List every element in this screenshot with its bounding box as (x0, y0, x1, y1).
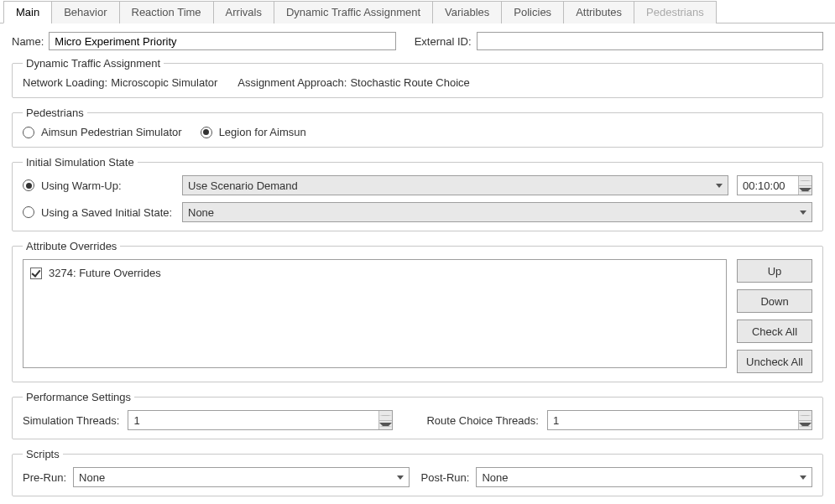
main-content: Name: External ID: Dynamic Traffic Assig… (0, 23, 835, 501)
overrides-list[interactable]: 3274: Future Overrides (23, 259, 727, 368)
tab-attributes[interactable]: Attributes (563, 1, 634, 23)
warmup-time-value: 00:10:00 (738, 176, 798, 195)
override-label: 3274: Future Overrides (49, 267, 161, 279)
list-item[interactable]: 3274: Future Overrides (30, 265, 719, 281)
post-run-value: None (482, 471, 795, 484)
performance-legend: Performance Settings (23, 391, 134, 403)
route-threads-spinner[interactable]: 1 (547, 410, 812, 430)
pre-run-combo[interactable]: None (73, 467, 410, 487)
route-threads-value: 1 (548, 411, 798, 429)
chevron-down-icon (800, 475, 806, 480)
uncheck-all-button[interactable]: Uncheck All (737, 350, 812, 373)
external-id-input[interactable] (477, 32, 823, 50)
spinner-up-icon[interactable] (379, 411, 392, 421)
up-button[interactable]: Up (737, 259, 812, 283)
name-input[interactable] (49, 32, 395, 50)
tab-pedestrians: Pedestrians (634, 1, 717, 23)
chevron-down-icon (800, 210, 806, 215)
radio-legion-aimsun-label: Legion for Aimsun (219, 126, 306, 138)
pre-run-label: Pre-Run: (23, 471, 66, 484)
performance-group: Performance Settings Simulation Threads:… (12, 391, 823, 439)
tab-dynamic-traffic-assignment[interactable]: Dynamic Traffic Assignment (274, 1, 433, 23)
attribute-overrides-group: Attribute Overrides 3274: Future Overrid… (12, 240, 823, 382)
radio-legion-aimsun[interactable] (201, 127, 212, 138)
override-checkbox[interactable] (30, 268, 42, 279)
sim-threads-spinner[interactable]: 1 (128, 410, 393, 430)
spinner-down-icon[interactable] (799, 421, 812, 430)
radio-aimsun-pedestrian-label: Aimsun Pedestrian Simulator (41, 126, 182, 138)
assignment-approach-value: Stochastic Route Choice (350, 76, 469, 89)
chevron-down-icon (397, 475, 404, 480)
radio-using-warmup-label: Using Warm-Up: (41, 179, 122, 192)
spinner-up-icon[interactable] (799, 176, 812, 186)
tab-variables[interactable]: Variables (432, 1, 502, 23)
pre-run-value: None (79, 471, 392, 484)
initial-state-legend: Initial Simulation State (23, 156, 138, 169)
assignment-approach-label: Assignment Approach: (237, 76, 347, 89)
external-id-label: External ID: (415, 35, 472, 48)
pedestrians-legend: Pedestrians (23, 107, 87, 119)
network-loading-value: Microscopic Simulator (111, 76, 217, 89)
dta-group: Dynamic Traffic Assignment Network Loadi… (12, 57, 823, 98)
scripts-group: Scripts Pre-Run: None Post-Run: None (12, 448, 823, 496)
saved-state-combo[interactable]: None (182, 202, 812, 222)
radio-using-saved-state[interactable] (23, 206, 34, 218)
tab-reaction-time[interactable]: Reaction Time (119, 1, 214, 23)
down-button[interactable]: Down (737, 289, 812, 313)
saved-state-value: None (188, 206, 795, 219)
post-run-combo[interactable]: None (476, 467, 812, 487)
warmup-time-spinner[interactable]: 00:10:00 (737, 175, 812, 195)
pedestrians-group: Pedestrians Aimsun Pedestrian Simulator … (12, 107, 823, 148)
dta-legend: Dynamic Traffic Assignment (23, 57, 164, 70)
tab-policies[interactable]: Policies (501, 1, 564, 23)
network-loading-label: Network Loading: (23, 76, 107, 89)
route-threads-label: Route Choice Threads: (426, 414, 538, 427)
tab-arrivals[interactable]: Arrivals (213, 1, 274, 23)
spinner-down-icon[interactable] (799, 186, 812, 195)
tab-main[interactable]: Main (3, 1, 52, 23)
chevron-down-icon (716, 184, 723, 188)
sim-threads-value: 1 (128, 411, 378, 429)
tab-bar: MainBehaviorReaction TimeArrivalsDynamic… (0, 0, 835, 23)
name-row: Name: External ID: (12, 32, 823, 50)
check-all-button[interactable]: Check All (737, 320, 812, 343)
tab-behavior[interactable]: Behavior (51, 1, 119, 23)
sim-threads-label: Simulation Threads: (23, 414, 119, 427)
scripts-legend: Scripts (23, 448, 63, 460)
attribute-overrides-legend: Attribute Overrides (23, 240, 120, 252)
radio-using-saved-state-label: Using a Saved Initial State: (41, 206, 172, 219)
radio-using-warmup[interactable] (23, 179, 34, 191)
spinner-up-icon[interactable] (799, 411, 812, 421)
post-run-label: Post-Run: (421, 471, 470, 484)
warmup-demand-value: Use Scenario Demand (188, 179, 711, 192)
warmup-demand-combo[interactable]: Use Scenario Demand (182, 175, 728, 195)
initial-state-group: Initial Simulation State Using Warm-Up: … (12, 156, 823, 231)
name-label: Name: (12, 35, 44, 48)
spinner-down-icon[interactable] (379, 421, 392, 430)
radio-aimsun-pedestrian[interactable] (23, 127, 34, 138)
